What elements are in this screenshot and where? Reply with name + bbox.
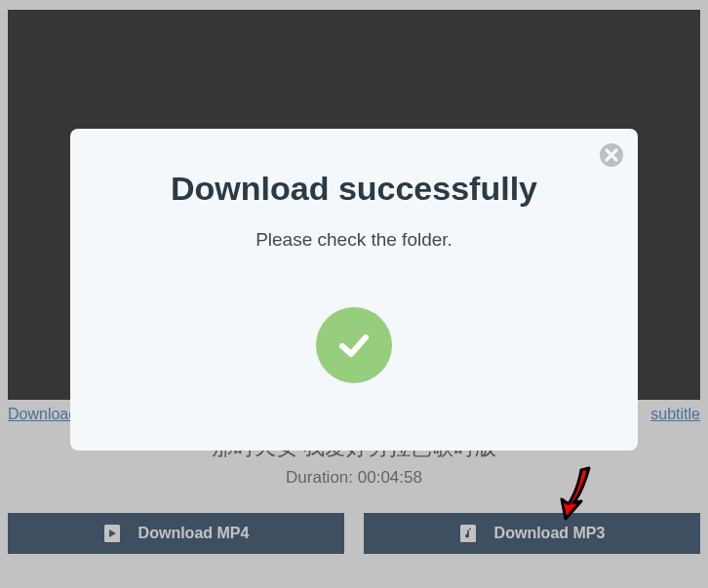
check-wrap xyxy=(70,307,638,383)
close-button[interactable] xyxy=(599,142,624,168)
modal-overlay: Download successfully Please check the f… xyxy=(0,0,708,588)
modal-title: Download successfully xyxy=(70,170,638,208)
success-modal: Download successfully Please check the f… xyxy=(70,129,638,451)
close-icon xyxy=(599,142,624,168)
red-arrow-annotation xyxy=(552,464,599,525)
success-check-icon xyxy=(316,307,392,383)
modal-subtitle: Please check the folder. xyxy=(70,229,638,251)
